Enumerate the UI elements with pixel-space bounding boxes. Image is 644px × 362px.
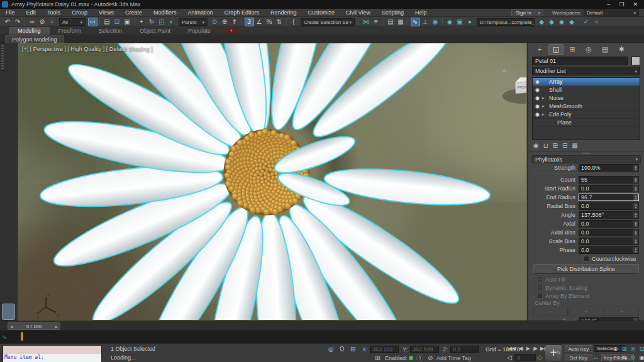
center-by-button-3[interactable]: ▪ bbox=[604, 307, 639, 316]
render-gallery-icon[interactable]: ◆ bbox=[557, 18, 567, 26]
param-spinner[interactable]: ▲▼ bbox=[633, 203, 638, 209]
expand-arrow-icon[interactable]: ▸ bbox=[542, 96, 547, 101]
select-and-scale-icon[interactable]: ◰ bbox=[157, 18, 167, 26]
zoom-icon[interactable]: ⊕ bbox=[611, 344, 619, 353]
close-button[interactable]: ✕ bbox=[633, 1, 638, 8]
layer-explorer-icon[interactable]: ▤ bbox=[386, 18, 396, 26]
checkbox[interactable] bbox=[537, 293, 543, 299]
material-editor-icon[interactable]: ◉ bbox=[431, 18, 440, 26]
zoom-extents-all-icon[interactable]: ⊡ bbox=[638, 344, 644, 353]
menu-rendering[interactable]: Rendering bbox=[265, 9, 303, 17]
menu-file[interactable]: File bbox=[0, 9, 21, 17]
param-spinner[interactable]: ▲▼ bbox=[633, 247, 638, 253]
menu-animation[interactable]: Animation bbox=[182, 9, 218, 17]
curve-editor-icon[interactable]: ∿ bbox=[411, 18, 420, 26]
param-spinner[interactable]: ▲▼ bbox=[633, 185, 638, 192]
param-field[interactable]: 0.0▲▼ bbox=[579, 229, 639, 236]
pan-icon[interactable]: ⇆ bbox=[620, 353, 628, 361]
slider-prev-arrow[interactable]: ◀ bbox=[10, 324, 13, 329]
slider-next-arrow[interactable]: ▶ bbox=[55, 324, 58, 329]
sign-in-button[interactable]: Sign In bbox=[511, 9, 543, 16]
param-field[interactable]: 137.508°▲▼ bbox=[579, 211, 639, 219]
visibility-bulb-icon[interactable] bbox=[535, 80, 540, 84]
remove-modifier-icon[interactable]: ⊟ bbox=[562, 142, 567, 149]
configure-modifier-sets-icon[interactable]: ▦ bbox=[572, 142, 577, 149]
param-field[interactable]: 0.0▲▼ bbox=[579, 238, 639, 245]
tab-display[interactable]: ▤ bbox=[597, 44, 613, 55]
expand-arrow-icon[interactable]: ▸ bbox=[542, 112, 547, 117]
menu-create[interactable]: Create bbox=[119, 9, 148, 17]
bind-to-space-warp-icon[interactable]: ≈ bbox=[48, 18, 57, 26]
select-and-move-icon[interactable]: + bbox=[137, 18, 147, 26]
time-slider-track[interactable]: ◀ 0 / 100 ▶ bbox=[0, 321, 644, 331]
zoom-all-icon[interactable]: ⊞ bbox=[620, 344, 628, 353]
viewport-label[interactable]: [+] [ Perspective ] [ High Quality ] [ D… bbox=[22, 46, 153, 52]
object-name-field[interactable]: Petal 01 bbox=[532, 57, 628, 65]
menu-views[interactable]: Views bbox=[93, 9, 119, 17]
render-setup-icon[interactable]: ◆ bbox=[445, 18, 455, 26]
tab-modify[interactable]: ◱ bbox=[548, 44, 564, 55]
keyboard-shortcut-override-icon[interactable]: ⇑ bbox=[230, 18, 240, 26]
param-field[interactable]: 0.0▲▼ bbox=[579, 202, 639, 210]
menu-group[interactable]: Group bbox=[66, 9, 93, 17]
object-color-swatch[interactable] bbox=[631, 57, 640, 65]
menu-tools[interactable]: Tools bbox=[42, 9, 66, 17]
viewport-canvas[interactable]: FRONT⌂xyz bbox=[18, 43, 527, 321]
stack-item-meshsmooth[interactable]: ▸MeshSmooth bbox=[533, 102, 640, 111]
redo-icon[interactable]: ↷ bbox=[13, 18, 23, 26]
param-spinner[interactable]: ▲▼ bbox=[633, 221, 638, 227]
phyllotaxis-rollout-header[interactable]: Phyllotaxis bbox=[531, 155, 641, 163]
stack-item-array[interactable]: Array bbox=[533, 78, 640, 86]
checkbox[interactable]: ✓ bbox=[537, 285, 543, 290]
previous-frame-button[interactable]: ◀| bbox=[518, 346, 523, 351]
param-field[interactable]: 0.0▲▼ bbox=[579, 220, 639, 228]
render-cloud-icon[interactable]: ◆ bbox=[567, 18, 577, 26]
key-filters-paw-icon[interactable]: ∴ bbox=[594, 354, 597, 361]
visibility-bulb-icon[interactable] bbox=[535, 96, 540, 101]
listener-pane[interactable]: Menu item al: bbox=[3, 354, 101, 362]
current-frame-marker[interactable] bbox=[21, 332, 23, 341]
visibility-bulb-icon[interactable] bbox=[535, 112, 540, 117]
use-pivot-point-center-icon[interactable]: ⊙ bbox=[210, 18, 219, 26]
select-by-name-icon[interactable]: ▤ bbox=[103, 18, 112, 26]
param-spinner[interactable]: ▲▼ bbox=[633, 212, 638, 218]
param-spinner[interactable]: ▲▼ bbox=[633, 229, 638, 236]
viewport-layout-tab[interactable] bbox=[2, 304, 15, 320]
stack-item-edit-poly[interactable]: ▸Edit Poly bbox=[533, 111, 640, 119]
set-key-button[interactable]: Set Key bbox=[565, 354, 592, 362]
key-mode-icon[interactable]: ◇ bbox=[537, 354, 542, 361]
zero-badge[interactable]: 0 bbox=[416, 354, 423, 361]
ribbon-tab-modeling[interactable]: Modeling bbox=[9, 27, 50, 35]
param-field[interactable]: 55▲▼ bbox=[579, 176, 639, 184]
panel-grip[interactable] bbox=[1, 45, 4, 70]
z-coordinate-field[interactable]: 0.0 bbox=[450, 346, 479, 353]
pick-distribution-spline-button[interactable]: Pick Distribution Spline bbox=[533, 264, 639, 274]
checkbox[interactable]: ✓ bbox=[537, 277, 543, 282]
counterclockwise-checkbox[interactable] bbox=[584, 256, 589, 261]
go-to-start-button[interactable]: |◀◀ bbox=[507, 346, 516, 351]
param-spinner[interactable]: ▲▼ bbox=[633, 177, 638, 183]
select-and-place-icon[interactable]: ◐ bbox=[167, 18, 177, 26]
center-by-button-1[interactable]: ▪ bbox=[533, 307, 568, 316]
time-tag-mode-icon[interactable]: ⊞ bbox=[375, 354, 380, 361]
window-crossing-icon[interactable]: ▣ bbox=[123, 18, 132, 26]
stack-item-noise[interactable]: ▸Noise bbox=[533, 94, 640, 102]
angle-snap-icon[interactable]: ∠ bbox=[255, 18, 264, 26]
reference-coordinate-dropdown[interactable]: Parent bbox=[179, 18, 208, 26]
maxscript-mini-listener[interactable]: Menu item al: bbox=[3, 345, 102, 361]
selection-lock-icon[interactable]: Ω bbox=[340, 346, 344, 353]
menu-modifiers[interactable]: Modifiers bbox=[148, 9, 182, 17]
percent-snap-icon[interactable]: % bbox=[265, 18, 274, 26]
ribbon-tab-freeform[interactable]: Freeform bbox=[50, 27, 91, 35]
perspective-viewport[interactable]: FRONT⌂xyz [+] [ Perspective ] [ High Qua… bbox=[18, 43, 527, 321]
select-and-rotate-icon[interactable]: ↻ bbox=[147, 18, 157, 26]
schematic-view-icon[interactable]: ⊥ bbox=[421, 18, 430, 26]
mini-curve-editor-icon[interactable]: ∿ bbox=[2, 334, 7, 340]
render-iterative-icon[interactable]: ◆ bbox=[537, 18, 547, 26]
mirror-icon[interactable]: ⋈ bbox=[362, 18, 371, 26]
track-bar[interactable]: 5101520253035404550556065707580859095100 bbox=[0, 331, 644, 343]
enabled-indicator[interactable] bbox=[409, 356, 413, 360]
param-field[interactable]: 0.0▲▼ bbox=[579, 246, 639, 254]
add-time-tag[interactable]: Add Time Tag bbox=[436, 355, 471, 361]
pin-stack-icon[interactable]: ◉ bbox=[533, 142, 539, 149]
